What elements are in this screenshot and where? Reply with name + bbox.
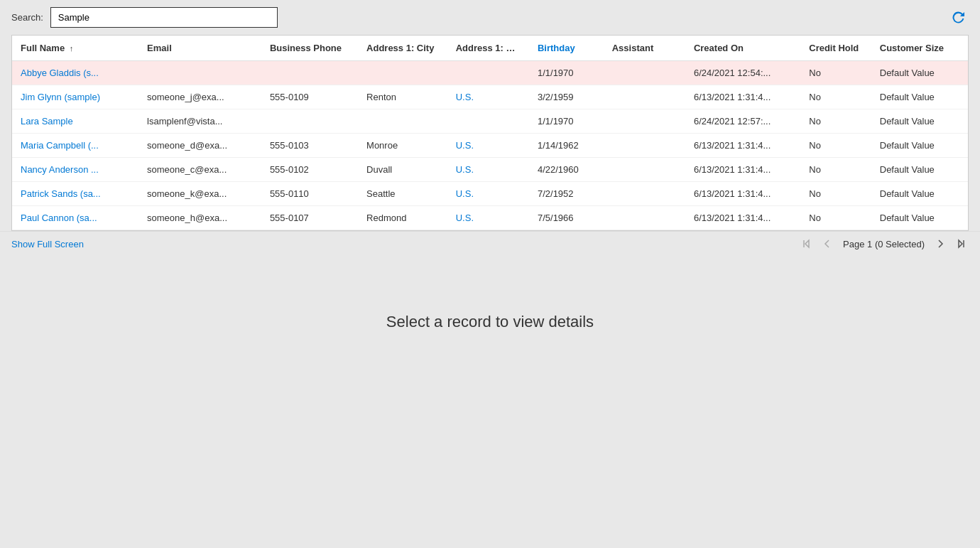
col-header-city[interactable]: Address 1: City: [358, 36, 447, 61]
col-header-country[interactable]: Address 1: Co...: [447, 36, 529, 61]
cell-custsize: Default Value: [871, 158, 968, 182]
last-page-icon: [955, 239, 965, 249]
cell-fullname: Lara Sample: [12, 109, 138, 134]
cell-birthday: 7/5/1966: [529, 206, 604, 230]
cell-birthday: 1/1/1970: [529, 109, 604, 134]
cell-assistant: [604, 61, 685, 85]
cell-custsize: Default Value: [871, 61, 968, 85]
contacts-table: Full Name ↑ Email Business Phone Address…: [12, 36, 968, 230]
cell-birthday: 3/2/1959: [529, 85, 604, 109]
footer-bar: Show Full Screen Page 1 (0 Selected): [0, 231, 980, 256]
last-page-button[interactable]: [952, 237, 969, 250]
table-row[interactable]: Maria Campbell (...someone_d@exa...555-0…: [12, 134, 968, 158]
contacts-table-container: Full Name ↑ Email Business Phone Address…: [11, 35, 969, 231]
table-scroll-area[interactable]: Full Name ↑ Email Business Phone Address…: [12, 36, 968, 230]
empty-state: Select a record to view details: [0, 313, 980, 331]
cell-created: 6/24/2021 12:54:...: [685, 61, 800, 85]
cell-fullname: Jim Glynn (sample): [12, 85, 138, 109]
cell-email: [138, 61, 261, 85]
cell-phone: 555-0110: [261, 182, 358, 206]
cell-city: Duvall: [358, 158, 447, 182]
col-header-phone[interactable]: Business Phone: [261, 36, 358, 61]
cell-assistant: [604, 134, 685, 158]
cell-birthday: 7/2/1952: [529, 182, 604, 206]
cell-country: U.S.: [447, 158, 529, 182]
cell-email: someone_h@exa...: [138, 206, 261, 230]
cell-country: [447, 61, 529, 85]
cell-custsize: Default Value: [871, 85, 968, 109]
cell-country: U.S.: [447, 206, 529, 230]
cell-credit: No: [800, 85, 871, 109]
cell-created: 6/13/2021 1:31:4...: [685, 182, 800, 206]
table-row[interactable]: Jim Glynn (sample)someone_j@exa...555-01…: [12, 85, 968, 109]
first-page-button[interactable]: [799, 237, 816, 250]
cell-city: Renton: [358, 85, 447, 109]
col-header-email[interactable]: Email: [138, 36, 261, 61]
next-page-icon: [935, 239, 945, 249]
cell-created: 6/13/2021 1:31:4...: [685, 85, 800, 109]
first-page-icon: [802, 239, 812, 249]
cell-city: Redmond: [358, 206, 447, 230]
next-page-button[interactable]: [932, 237, 949, 250]
show-fullscreen-button[interactable]: Show Full Screen: [11, 239, 84, 249]
cell-custsize: Default Value: [871, 182, 968, 206]
cell-fullname: Paul Cannon (sa...: [12, 206, 138, 230]
cell-created: 6/13/2021 1:31:4...: [685, 206, 800, 230]
cell-fullname: Maria Campbell (...: [12, 134, 138, 158]
cell-phone: 555-0102: [261, 158, 358, 182]
search-input[interactable]: [50, 7, 278, 28]
table-row[interactable]: Paul Cannon (sa...someone_h@exa...555-01…: [12, 206, 968, 230]
cell-phone: 555-0107: [261, 206, 358, 230]
cell-credit: No: [800, 182, 871, 206]
cell-country: [447, 109, 529, 134]
cell-assistant: [604, 109, 685, 134]
cell-assistant: [604, 182, 685, 206]
cell-phone: [261, 109, 358, 134]
cell-fullname: Abbye Gladdis (s...: [12, 61, 138, 85]
cell-credit: No: [800, 158, 871, 182]
table-row[interactable]: Nancy Anderson ...someone_c@exa...555-01…: [12, 158, 968, 182]
table-row[interactable]: Patrick Sands (sa...someone_k@exa...555-…: [12, 182, 968, 206]
cell-city: [358, 61, 447, 85]
col-header-birthday[interactable]: Birthday: [529, 36, 604, 61]
col-header-created[interactable]: Created On: [685, 36, 800, 61]
cell-assistant: [604, 206, 685, 230]
cell-created: 6/13/2021 1:31:4...: [685, 158, 800, 182]
cell-created: 6/13/2021 1:31:4...: [685, 134, 800, 158]
cell-fullname: Nancy Anderson ...: [12, 158, 138, 182]
cell-birthday: 4/22/1960: [529, 158, 604, 182]
sort-arrow-fullname: ↑: [70, 44, 74, 53]
cell-email: someone_j@exa...: [138, 85, 261, 109]
cell-assistant: [604, 85, 685, 109]
col-header-fullname[interactable]: Full Name ↑: [12, 36, 138, 61]
cell-phone: [261, 61, 358, 85]
cell-credit: No: [800, 206, 871, 230]
search-bar: Search:: [0, 0, 980, 35]
prev-page-button[interactable]: [819, 237, 836, 250]
cell-email: someone_d@exa...: [138, 134, 261, 158]
table-row[interactable]: Abbye Gladdis (s...1/1/19706/24/2021 12:…: [12, 61, 968, 85]
cell-email: someone_c@exa...: [138, 158, 261, 182]
cell-custsize: Default Value: [871, 109, 968, 134]
cell-created: 6/24/2021 12:57:...: [685, 109, 800, 134]
prev-page-icon: [822, 239, 832, 249]
cell-assistant: [604, 158, 685, 182]
cell-email: lsamplenf@vista...: [138, 109, 261, 134]
cell-custsize: Default Value: [871, 134, 968, 158]
cell-country: U.S.: [447, 134, 529, 158]
cell-fullname: Patrick Sands (sa...: [12, 182, 138, 206]
col-header-assistant[interactable]: Assistant: [604, 36, 685, 61]
table-header: Full Name ↑ Email Business Phone Address…: [12, 36, 968, 61]
cell-city: Seattle: [358, 182, 447, 206]
cell-birthday: 1/14/1962: [529, 134, 604, 158]
col-header-custsize[interactable]: Customer Size: [871, 36, 968, 61]
cell-custsize: Default Value: [871, 206, 968, 230]
cell-credit: No: [800, 61, 871, 85]
table-body: Abbye Gladdis (s...1/1/19706/24/2021 12:…: [12, 61, 968, 230]
cell-city: [358, 109, 447, 134]
refresh-button[interactable]: [949, 8, 969, 28]
col-header-credit[interactable]: Credit Hold: [800, 36, 871, 61]
table-row[interactable]: Lara Samplelsamplenf@vista...1/1/19706/2…: [12, 109, 968, 134]
cell-birthday: 1/1/1970: [529, 61, 604, 85]
cell-email: someone_k@exa...: [138, 182, 261, 206]
